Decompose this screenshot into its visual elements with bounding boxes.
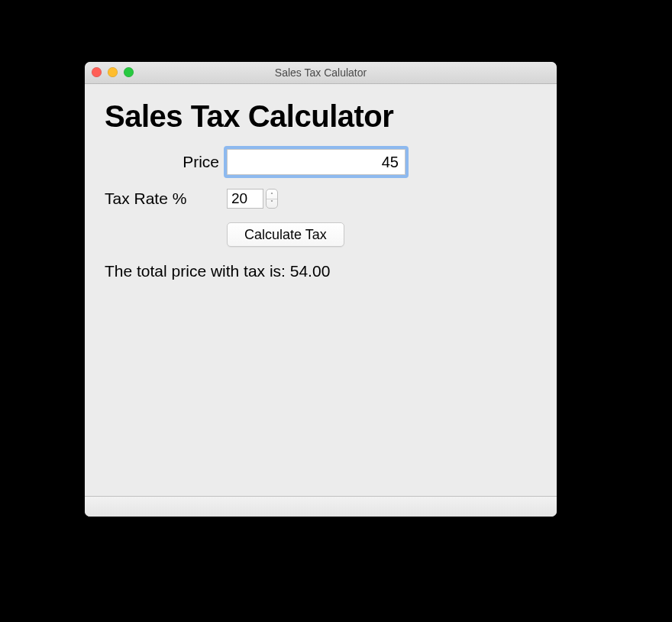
- app-window: Sales Tax Calulator Sales Tax Calculator…: [85, 62, 557, 517]
- tax-rate-row: Tax Rate % ˄ ˅: [105, 189, 537, 209]
- page-title: Sales Tax Calculator: [105, 99, 537, 134]
- tax-rate-stepper[interactable]: ˄ ˅: [266, 189, 278, 209]
- window-title: Sales Tax Calulator: [85, 66, 557, 79]
- tax-rate-label: Tax Rate %: [105, 190, 227, 208]
- close-icon[interactable]: [92, 67, 102, 77]
- price-row: Price: [105, 149, 537, 175]
- minimize-icon[interactable]: [108, 67, 118, 77]
- calculate-tax-button[interactable]: Calculate Tax: [227, 222, 344, 247]
- tax-rate-input[interactable]: [227, 189, 263, 209]
- titlebar[interactable]: Sales Tax Calulator: [85, 62, 557, 84]
- content-area: Sales Tax Calculator Price Tax Rate % ˄ …: [85, 84, 557, 280]
- window-controls: [92, 67, 134, 77]
- bottom-bar: [85, 496, 557, 517]
- stepper-down-icon[interactable]: ˅: [267, 199, 277, 206]
- price-input[interactable]: [227, 149, 405, 175]
- button-row: Calculate Tax: [105, 222, 537, 247]
- zoom-icon[interactable]: [124, 67, 134, 77]
- price-label: Price: [105, 153, 227, 171]
- stepper-up-icon[interactable]: ˄: [267, 192, 277, 199]
- result-text: The total price with tax is: 54.00: [105, 262, 537, 280]
- price-input-wrap: [227, 149, 405, 175]
